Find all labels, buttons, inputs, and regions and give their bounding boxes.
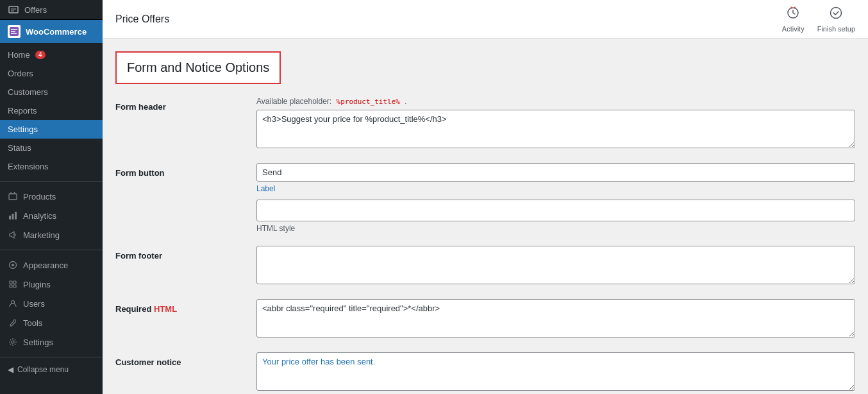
nav-divider-2 (0, 250, 103, 250)
analytics-icon (8, 210, 18, 221)
main-nav: Home 4 Orders Customers Reports Settings… (0, 43, 103, 178)
required-html-row: Required HTML <abbr class="required" tit… (115, 299, 855, 339)
products-icon (8, 191, 18, 201)
form-button-input[interactable] (256, 163, 855, 182)
sidebar-item-settings2[interactable]: Settings (0, 332, 103, 352)
settings-label: Settings (8, 124, 38, 134)
top-bar: Price Offers Activity (103, 0, 868, 39)
analytics-label: Analytics (23, 211, 56, 221)
collapse-label: Collapse menu (17, 365, 69, 374)
sidebar-item-analytics[interactable]: Analytics (0, 206, 103, 225)
users-icon (8, 298, 18, 309)
plugins-label: Plugins (23, 280, 51, 289)
customer-notice-label: Customer notice (115, 352, 256, 367)
activity-icon (786, 6, 800, 24)
svg-rect-4 (12, 214, 14, 219)
sidebar-item-tools[interactable]: Tools (0, 313, 103, 332)
svg-rect-9 (13, 281, 16, 284)
sidebar-item-customers[interactable]: Customers (0, 83, 103, 101)
form-button-style-input[interactable] (256, 200, 855, 221)
home-label: Home (8, 50, 30, 60)
content-area: Form and Notice Options Form header Avai… (103, 39, 868, 394)
sidebar-item-plugins[interactable]: Plugins (0, 275, 103, 294)
required-html-field: <abbr class="required" title="required">… (256, 299, 855, 339)
grouped-nav: Products Analytics Marketing (0, 184, 103, 247)
section-header: Form and Notice Options (115, 51, 281, 84)
sidebar-item-marketing[interactable]: Marketing (0, 225, 103, 244)
extensions-label: Extensions (8, 162, 49, 171)
svg-point-13 (12, 341, 14, 343)
woocommerce-label: WooCommerce (26, 27, 87, 37)
svg-rect-3 (9, 216, 11, 219)
appearance-label: Appearance (23, 261, 68, 270)
sidebar-item-appearance[interactable]: Appearance (0, 255, 103, 275)
svg-point-7 (12, 264, 14, 266)
customer-notice-row: Customer notice Your price offer has bee… (115, 352, 855, 393)
tools-label: Tools (23, 318, 42, 328)
collapse-menu[interactable]: ◀ Collapse menu (0, 360, 103, 379)
form-button-label: Form button (115, 163, 256, 178)
activity-button[interactable]: Activity (782, 6, 805, 33)
svg-rect-8 (10, 281, 12, 284)
reports-label: Reports (8, 106, 37, 116)
sidebar-item-settings[interactable]: Settings (0, 120, 103, 139)
svg-rect-11 (13, 285, 16, 287)
nav-divider-3 (0, 357, 103, 357)
customer-notice-textarea[interactable]: Your price offer has been sent. (256, 352, 855, 391)
page-title: Price Offers (115, 13, 169, 25)
plugins-icon (8, 279, 18, 289)
form-button-sublabel: Label (256, 184, 855, 193)
form-header-row: Form header Available placeholder: %prod… (115, 97, 855, 150)
form-button-field: Label HTML style (256, 163, 855, 233)
section-title: Form and Notice Options (127, 60, 269, 75)
required-html-label-html: HTML (154, 304, 177, 314)
finish-setup-label: Finish setup (817, 25, 855, 33)
top-bar-actions: Activity Finish setup (782, 6, 855, 33)
form-footer-textarea[interactable] (256, 246, 855, 284)
form-header-hint: Available placeholder: %product_title% . (256, 97, 855, 106)
svg-point-14 (831, 7, 842, 18)
settings2-icon (8, 337, 18, 347)
form-footer-row: Form footer (115, 246, 855, 286)
appearance-nav: Appearance Plugins Users Tools Settings (0, 253, 103, 354)
offers-bar[interactable]: Offers (0, 0, 103, 20)
form-footer-field (256, 246, 855, 286)
svg-rect-5 (15, 212, 17, 219)
collapse-arrow-icon: ◀ (8, 365, 13, 374)
finish-setup-icon (829, 6, 843, 24)
nav-divider (0, 181, 103, 182)
sidebar-item-orders[interactable]: Orders (0, 64, 103, 83)
form-header-field: Available placeholder: %product_title% .… (256, 97, 855, 150)
woo-logo-icon (8, 25, 21, 38)
status-label: Status (8, 143, 31, 153)
settings2-label: Settings (23, 338, 53, 347)
tools-icon (8, 318, 18, 328)
form-header-textarea[interactable]: <h3>Suggest your price for %product_titl… (256, 110, 855, 148)
sidebar: Offers WooCommerce Home 4 Orders Custome… (0, 0, 103, 394)
required-html-textarea[interactable]: <abbr class="required" title="required">… (256, 299, 855, 338)
products-label: Products (23, 192, 56, 201)
woocommerce-logo-row[interactable]: WooCommerce (0, 20, 103, 43)
required-html-label: Required HTML (115, 299, 256, 314)
offers-icon (8, 4, 19, 15)
offers-label: Offers (24, 5, 47, 15)
form-button-style-label: HTML style (256, 224, 855, 233)
marketing-icon (8, 230, 18, 240)
activity-label: Activity (782, 25, 805, 33)
svg-rect-10 (10, 285, 12, 287)
sidebar-item-home[interactable]: Home 4 (0, 46, 103, 64)
sidebar-item-extensions[interactable]: Extensions (0, 157, 103, 176)
sidebar-item-reports[interactable]: Reports (0, 101, 103, 120)
form-button-row: Form button Label HTML style (115, 163, 855, 233)
appearance-icon (8, 260, 18, 270)
sidebar-item-status[interactable]: Status (0, 139, 103, 157)
form-footer-label: Form footer (115, 246, 256, 261)
finish-setup-button[interactable]: Finish setup (817, 6, 855, 33)
svg-rect-2 (9, 194, 17, 200)
main-area: Price Offers Activity (103, 0, 868, 394)
customer-notice-field: Your price offer has been sent. (256, 352, 855, 393)
sidebar-item-products[interactable]: Products (0, 187, 103, 206)
sidebar-item-users[interactable]: Users (0, 294, 103, 313)
placeholder-code: %product_title% (334, 97, 403, 107)
home-badge: 4 (35, 51, 46, 59)
